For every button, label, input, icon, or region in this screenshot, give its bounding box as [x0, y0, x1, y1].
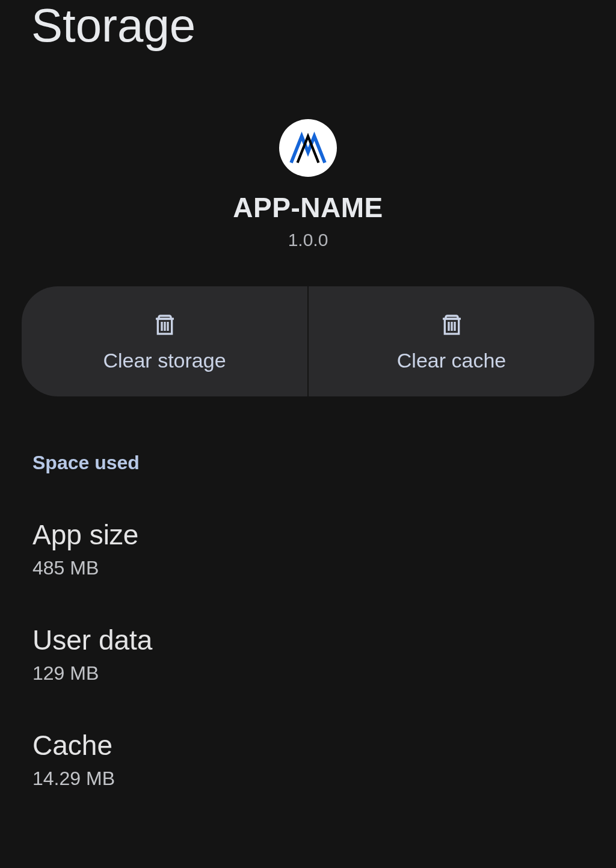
- stat-label: User data: [32, 624, 616, 656]
- stat-user-data: User data 129 MB: [0, 624, 616, 685]
- clear-cache-button[interactable]: Clear cache: [309, 286, 594, 396]
- stat-label: Cache: [32, 729, 616, 762]
- clear-storage-button[interactable]: Clear storage: [22, 286, 307, 396]
- clear-storage-label: Clear storage: [103, 349, 226, 372]
- page-title: Storage: [0, 0, 616, 52]
- stat-label: App size: [32, 519, 616, 551]
- space-used-heading: Space used: [0, 452, 616, 474]
- stat-value: 14.29 MB: [32, 768, 616, 790]
- action-button-row: Clear storage Clear cache: [22, 286, 594, 396]
- trash-icon: [153, 312, 177, 338]
- app-icon: [279, 119, 337, 177]
- app-version-label: 1.0.0: [288, 230, 328, 250]
- stat-app-size: App size 485 MB: [0, 519, 616, 579]
- stat-value: 485 MB: [32, 557, 616, 579]
- clear-cache-label: Clear cache: [397, 349, 506, 372]
- app-header: APP-NAME 1.0.0: [0, 119, 616, 250]
- trash-icon: [440, 312, 464, 338]
- stat-value: 129 MB: [32, 662, 616, 685]
- stat-cache: Cache 14.29 MB: [0, 729, 616, 790]
- app-logo-icon: [287, 127, 329, 169]
- app-name-label: APP-NAME: [233, 191, 383, 224]
